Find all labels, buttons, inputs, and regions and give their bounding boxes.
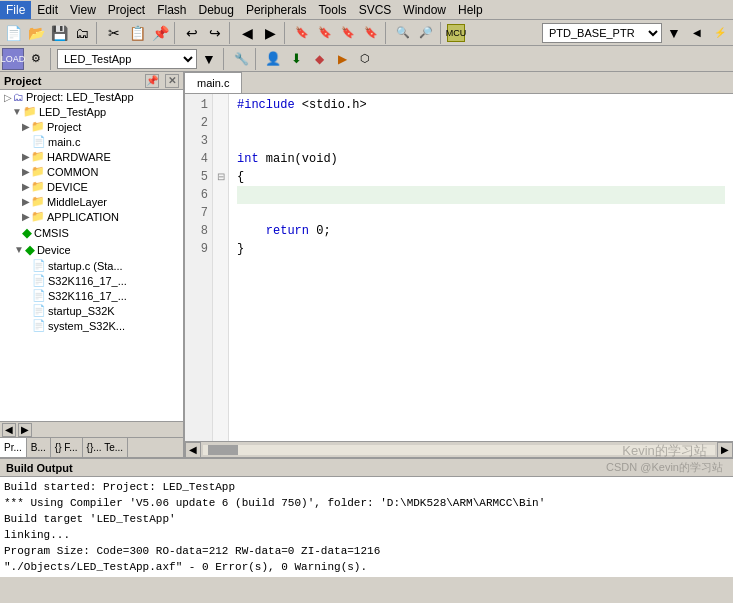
open-btn[interactable]: 📂 [25, 22, 47, 44]
tree-item-startup[interactable]: 📄 startup.c (Sta... [0, 258, 183, 273]
paste-btn[interactable]: 📌 [149, 22, 171, 44]
toolbar-right-btn2[interactable]: ⚡ [709, 22, 731, 44]
menu-svcs[interactable]: SVCS [353, 1, 398, 19]
tree-item-project-folder[interactable]: ▶ 📁 Project [0, 119, 183, 134]
settings-btn[interactable]: 🔧 [230, 48, 252, 70]
tab-functions[interactable]: {} F... [51, 438, 83, 457]
tab-books[interactable]: B... [27, 438, 51, 457]
expand-device[interactable]: ▶ [22, 181, 30, 192]
line-numbers: 1 2 3 4 5 6 7 8 9 [185, 94, 213, 441]
new-file-btn[interactable]: 📄 [2, 22, 24, 44]
menu-tools[interactable]: Tools [313, 1, 353, 19]
folder-icon-led: 📁 [23, 105, 37, 118]
download-btn[interactable]: ⬇ [285, 48, 307, 70]
menu-window[interactable]: Window [397, 1, 452, 19]
redo-btn[interactable]: ↪ [204, 22, 226, 44]
project-scroll-left[interactable]: ◀ [2, 423, 16, 437]
sep4 [284, 22, 288, 44]
expand-middle[interactable]: ▶ [22, 196, 30, 207]
menu-flash[interactable]: Flash [151, 1, 192, 19]
code-line-8: return 0; [237, 222, 725, 240]
fold-icon-5[interactable]: ⊟ [213, 168, 228, 186]
editor-area: main.c 1 2 3 4 5 6 7 8 9 ⊟ [185, 72, 733, 457]
hscroll-thumb[interactable] [208, 445, 238, 455]
code-line-4: int main(void) [237, 150, 725, 168]
toolbar-right-btn1[interactable]: ◀ [686, 22, 708, 44]
watermark: Kevin的学习站 CSDN @Kevin的学习站 [606, 442, 723, 475]
tree-item-mainc[interactable]: 📄 main.c [0, 134, 183, 149]
nav-fwd-btn[interactable]: ▶ [259, 22, 281, 44]
manage-btn[interactable]: 👤 [262, 48, 284, 70]
line-num-4: 4 [189, 150, 208, 168]
target-dropdown-btn[interactable]: ▼ [198, 48, 220, 70]
tree-item-hardware[interactable]: ▶ 📁 HARDWARE [0, 149, 183, 164]
tab-templates[interactable]: {}... Te... [83, 438, 129, 457]
expand-device2[interactable]: ▼ [14, 244, 24, 255]
nav-back-btn[interactable]: ◀ [236, 22, 258, 44]
watermark-line2: CSDN @Kevin的学习站 [606, 460, 723, 475]
bookmark3-btn[interactable]: 🔖 [337, 22, 359, 44]
ptr-combo[interactable]: PTD_BASE_PTR [542, 23, 662, 43]
editor-tab-mainc[interactable]: main.c [185, 72, 242, 93]
menu-peripherals[interactable]: Peripherals [240, 1, 313, 19]
hscroll-left-btn[interactable]: ◀ [185, 442, 201, 458]
code-line-6 [237, 186, 725, 204]
tree-item-system[interactable]: 📄 system_S32K... [0, 318, 183, 333]
build-line-2: Build target 'LED_TestApp' [4, 511, 729, 527]
line-num-7: 7 [189, 204, 208, 222]
undo-btn[interactable]: ↩ [181, 22, 203, 44]
find-btn[interactable]: 🔍 [392, 22, 414, 44]
expand-hardware[interactable]: ▶ [22, 151, 30, 162]
line-num-3: 3 [189, 132, 208, 150]
save-btn[interactable]: 💾 [48, 22, 70, 44]
expand-root[interactable]: ▷ [4, 92, 12, 103]
menu-edit[interactable]: Edit [31, 1, 64, 19]
tree-label-app: APPLICATION [47, 211, 119, 223]
combo-dropdown-btn[interactable]: ▼ [663, 22, 685, 44]
expand-led[interactable]: ▼ [12, 106, 22, 117]
bookmark4-btn[interactable]: 🔖 [360, 22, 382, 44]
tree-item-cmsis[interactable]: ◆ CMSIS [0, 224, 183, 241]
tree-item-app[interactable]: ▶ 📁 APPLICATION [0, 209, 183, 224]
debug-start-btn[interactable]: ▶ [331, 48, 353, 70]
build-output-content: Build started: Project: LED_TestApp *** … [0, 477, 733, 577]
copy-btn[interactable]: 📋 [126, 22, 148, 44]
expand-project-folder[interactable]: ▶ [22, 121, 30, 132]
folder-icon-app: 📁 [31, 210, 45, 223]
erase-btn[interactable]: ◆ [308, 48, 330, 70]
tab-project[interactable]: Pr... [0, 438, 27, 457]
code-content[interactable]: #include <stdio.h> int main(void) { retu… [229, 94, 733, 441]
tree-item-common[interactable]: ▶ 📁 COMMON [0, 164, 183, 179]
menu-debug[interactable]: Debug [193, 1, 240, 19]
project-scroll-right[interactable]: ▶ [18, 423, 32, 437]
tree-item-led[interactable]: ▼ 📁 LED_TestApp [0, 104, 183, 119]
save-all-btn[interactable]: 🗂 [71, 22, 93, 44]
line-num-9: 9 [189, 240, 208, 258]
menu-file[interactable]: File [0, 1, 31, 19]
target-combo[interactable]: LED_TestApp [57, 49, 197, 69]
tree-item-s32k2[interactable]: 📄 S32K116_17_... [0, 288, 183, 303]
tree-item-startup2[interactable]: 📄 startup_S32K [0, 303, 183, 318]
menu-view[interactable]: View [64, 1, 102, 19]
expand-common[interactable]: ▶ [22, 166, 30, 177]
bookmark-btn[interactable]: 🔖 [291, 22, 313, 44]
code-line-2 [237, 114, 725, 132]
project-panel-pin[interactable]: 📌 [145, 74, 159, 88]
debug-extra-btn[interactable]: ⬡ [354, 48, 376, 70]
project-panel-close[interactable]: ✕ [165, 74, 179, 88]
folder-icon-device: 📁 [31, 180, 45, 193]
incr-btn[interactable]: 🔎 [415, 22, 437, 44]
compile-btn[interactable]: ⚙ [25, 48, 47, 70]
menu-help[interactable]: Help [452, 1, 489, 19]
tree-item-middle[interactable]: ▶ 📁 MiddleLayer [0, 194, 183, 209]
tree-item-device2[interactable]: ▼ ◆ Device [0, 241, 183, 258]
bookmark2-btn[interactable]: 🔖 [314, 22, 336, 44]
sep9 [255, 48, 259, 70]
tree-item-device[interactable]: ▶ 📁 DEVICE [0, 179, 183, 194]
tree-item-s32k1[interactable]: 📄 S32K116_17_... [0, 273, 183, 288]
menu-project[interactable]: Project [102, 1, 151, 19]
cut-btn[interactable]: ✂ [103, 22, 125, 44]
tree-item-root[interactable]: ▷ 🗂 Project: LED_TestApp [0, 90, 183, 104]
expand-app[interactable]: ▶ [22, 211, 30, 222]
code-line-9: } [237, 240, 725, 258]
